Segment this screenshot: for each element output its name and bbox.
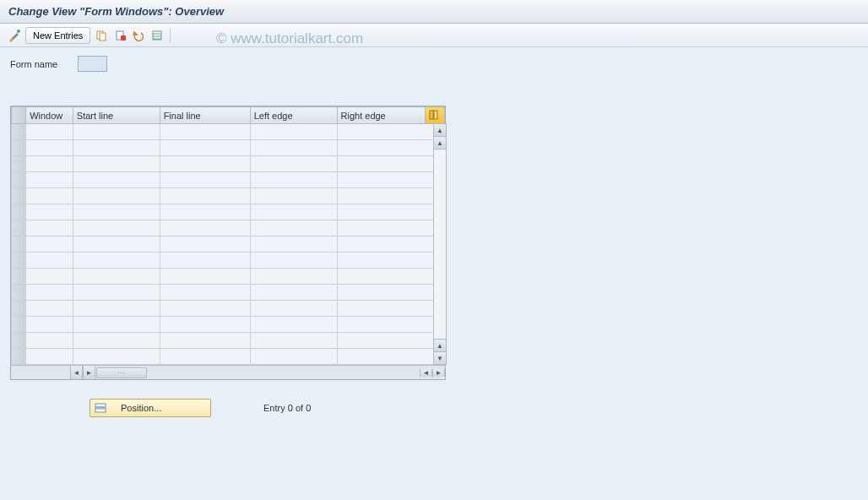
row-selector[interactable] [12,285,26,301]
cell-right-edge[interactable] [337,220,444,236]
cell-right-edge[interactable] [337,172,444,188]
cell-start-line[interactable] [73,269,160,285]
cell-left-edge[interactable] [250,220,337,236]
cell-left-edge[interactable] [250,253,337,269]
cell-left-edge[interactable] [250,172,337,188]
table-row[interactable] [12,236,445,253]
vscroll-up-icon[interactable]: ▲ [434,124,446,137]
cell-right-edge[interactable] [337,317,444,333]
cell-start-line[interactable] [73,172,160,188]
row-selector[interactable] [12,172,26,188]
column-header-window[interactable]: Window [26,107,73,124]
cell-right-edge[interactable] [337,301,444,317]
delete-icon[interactable] [112,28,127,43]
cell-right-edge[interactable] [337,140,444,156]
cell-final-line[interactable] [160,269,250,285]
position-button[interactable]: Position... [90,399,211,417]
cell-window[interactable] [26,188,73,204]
cell-final-line[interactable] [160,317,250,333]
cell-window[interactable] [26,269,73,285]
cell-final-line[interactable] [160,333,250,349]
cell-window[interactable] [26,301,73,317]
table-row[interactable] [12,156,445,172]
cell-window[interactable] [26,333,73,349]
cell-left-edge[interactable] [250,317,337,333]
table-row[interactable] [12,253,445,269]
cell-window[interactable] [26,124,73,140]
cell-final-line[interactable] [160,349,250,365]
vscroll-up2-icon[interactable]: ▲ [434,137,446,149]
cell-start-line[interactable] [73,349,160,365]
cell-right-edge[interactable] [337,285,444,301]
cell-left-edge[interactable] [250,236,337,253]
row-selector[interactable] [12,220,26,236]
cell-window[interactable] [26,285,73,301]
row-selector[interactable] [12,140,26,156]
copy-icon[interactable] [94,28,109,43]
cell-left-edge[interactable] [250,188,337,204]
hscroll-thumb[interactable]: ··· [96,367,147,378]
cell-start-line[interactable] [73,220,160,236]
table-config-icon[interactable] [426,107,445,124]
row-selector[interactable] [12,188,26,204]
wrench-pencil-icon[interactable] [7,28,22,43]
table-row[interactable] [12,220,445,236]
cell-window[interactable] [26,349,73,365]
cell-right-edge[interactable] [337,124,444,140]
cell-left-edge[interactable] [250,301,337,317]
cell-window[interactable] [26,317,73,333]
hscroll-left-icon[interactable]: ◄ [70,366,83,379]
row-selector[interactable] [12,236,26,253]
undo-icon[interactable] [131,28,146,43]
cell-start-line[interactable] [73,317,160,333]
cell-right-edge[interactable] [337,349,444,365]
select-all-icon[interactable] [149,28,165,43]
cell-start-line[interactable] [73,253,160,269]
cell-start-line[interactable] [73,204,160,220]
cell-final-line[interactable] [160,140,250,156]
row-selector[interactable] [12,317,26,333]
table-row[interactable] [12,285,445,301]
cell-window[interactable] [26,156,73,172]
row-selector[interactable] [12,204,26,220]
cell-start-line[interactable] [73,188,160,204]
cell-window[interactable] [26,204,73,220]
row-selector[interactable] [12,156,26,172]
cell-final-line[interactable] [160,285,250,301]
new-entries-button[interactable]: New Entries [25,27,90,44]
cell-final-line[interactable] [160,204,250,220]
table-row[interactable] [12,204,445,220]
select-all-header[interactable] [12,107,26,124]
row-selector[interactable] [12,333,26,349]
cell-left-edge[interactable] [250,349,337,365]
cell-final-line[interactable] [160,172,250,188]
cell-left-edge[interactable] [250,285,337,301]
cell-right-edge[interactable] [337,236,444,253]
table-row[interactable] [12,349,445,365]
form-name-input[interactable] [78,56,107,72]
column-header-start-line[interactable]: Start line [73,107,160,124]
hscroll-right-icon[interactable]: ► [83,366,95,379]
table-row[interactable] [12,188,445,204]
cell-left-edge[interactable] [250,140,337,156]
row-selector[interactable] [12,301,26,317]
cell-left-edge[interactable] [250,269,337,285]
cell-start-line[interactable] [73,140,160,156]
table-row[interactable] [12,301,445,317]
cell-start-line[interactable] [73,124,160,140]
table-row[interactable] [12,124,445,140]
cell-left-edge[interactable] [250,204,337,220]
column-header-right-edge[interactable]: Right edge [337,107,426,124]
table-row[interactable] [12,140,445,156]
cell-right-edge[interactable] [337,188,444,204]
cell-start-line[interactable] [73,333,160,349]
row-selector[interactable] [12,124,26,140]
cell-final-line[interactable] [160,220,250,236]
column-header-final-line[interactable]: Final line [160,107,250,124]
hscroll-right2-icon[interactable]: ► [432,369,445,377]
hscroll-left2-icon[interactable]: ◄ [420,369,432,377]
row-selector[interactable] [12,253,26,269]
cell-right-edge[interactable] [337,156,444,172]
vscroll-down2-icon[interactable]: ▼ [434,351,446,364]
table-row[interactable] [12,269,445,285]
